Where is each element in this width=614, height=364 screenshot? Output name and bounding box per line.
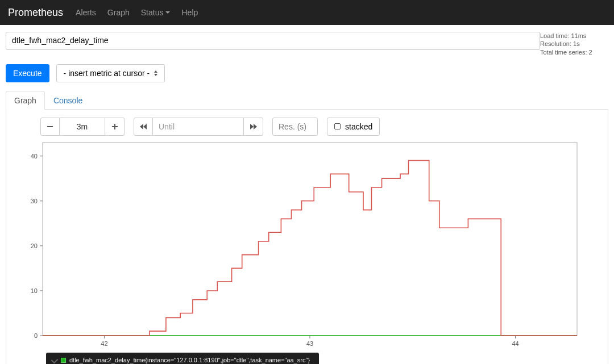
rewind-icon <box>140 124 147 129</box>
plus-icon <box>112 124 118 129</box>
chart-area[interactable]: 010203040424344 <box>14 139 600 355</box>
resolution-input[interactable] <box>272 118 318 136</box>
chevron-down-icon <box>165 11 170 14</box>
legend-label: dtle_fwh_mac2_delay_time{instance="127.0… <box>69 355 310 364</box>
svg-rect-0 <box>43 143 577 336</box>
range-group: 3m <box>40 118 125 136</box>
time-back-button[interactable] <box>134 118 153 136</box>
stat-resolution: Resolution: 1s <box>540 40 608 48</box>
fast-forward-icon <box>250 124 257 129</box>
legend-swatch <box>61 358 66 363</box>
range-decrease-button[interactable] <box>40 118 60 136</box>
until-input[interactable] <box>153 118 244 136</box>
stat-load-time: Load time: 11ms <box>540 32 608 40</box>
nav-alerts[interactable]: Alerts <box>71 0 101 25</box>
stacked-label: stacked <box>345 122 372 131</box>
nav-status[interactable]: Status <box>136 0 175 25</box>
legend-item[interactable]: dtle_fwh_mac2_delay_time{instance="127.0… <box>52 355 313 364</box>
time-forward-button[interactable] <box>244 118 263 136</box>
nav-help[interactable]: Help <box>177 0 202 25</box>
check-icon <box>51 357 59 364</box>
tab-graph[interactable]: Graph <box>6 91 45 110</box>
range-increase-button[interactable] <box>105 118 125 136</box>
svg-text:40: 40 <box>31 153 38 160</box>
svg-text:42: 42 <box>101 340 107 347</box>
nav-graph[interactable]: Graph <box>103 0 134 25</box>
svg-text:20: 20 <box>31 242 38 249</box>
brand[interactable]: Prometheus <box>8 7 63 19</box>
execute-button[interactable]: Execute <box>6 64 49 82</box>
range-value[interactable]: 3m <box>60 118 105 136</box>
insert-metric-label: - insert metric at cursor - <box>64 69 150 78</box>
svg-text:30: 30 <box>31 198 38 204</box>
time-group <box>134 118 263 136</box>
checkbox-icon <box>334 123 341 129</box>
minus-icon <box>47 126 53 127</box>
insert-metric-select[interactable]: - insert metric at cursor - <box>56 64 165 82</box>
svg-text:43: 43 <box>306 340 313 347</box>
stat-total-series: Total time series: 2 <box>540 48 608 56</box>
svg-text:0: 0 <box>34 332 38 339</box>
sort-icon <box>153 70 157 77</box>
svg-text:10: 10 <box>31 287 38 294</box>
stacked-toggle[interactable]: stacked <box>327 118 380 136</box>
nav-status-label: Status <box>141 8 164 17</box>
svg-text:44: 44 <box>512 340 518 347</box>
line-chart: 010203040424344 <box>14 139 583 355</box>
expression-input[interactable] <box>6 32 540 50</box>
tab-console[interactable]: Console <box>45 91 91 110</box>
